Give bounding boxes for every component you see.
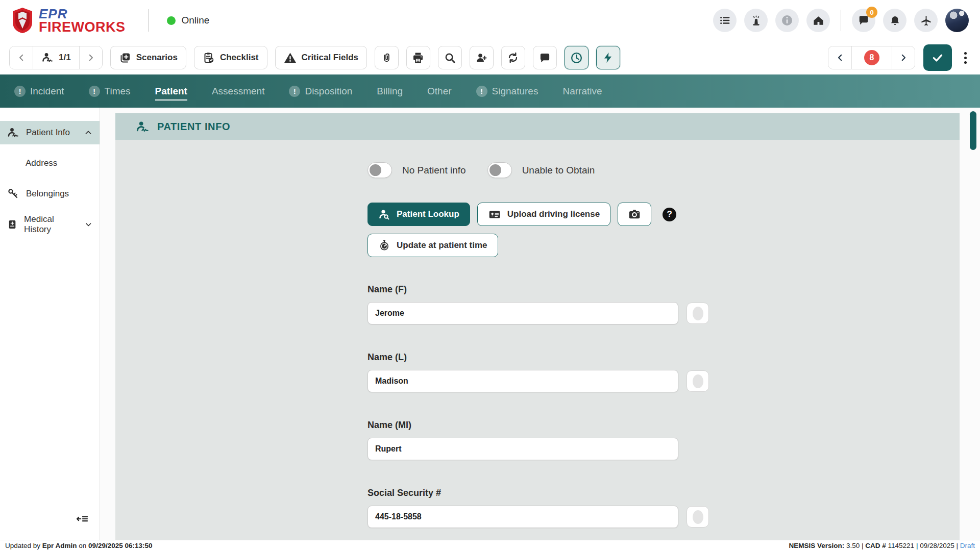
collapse-arrow-icon <box>76 513 88 524</box>
tab-narrative[interactable]: Narrative <box>562 86 602 97</box>
sidebar-label: Patient Info <box>26 128 70 138</box>
home-button[interactable] <box>806 9 830 32</box>
tab-signatures[interactable]: ! Signatures <box>476 86 538 97</box>
page-body: Patient Info Address Belongings <box>0 108 980 540</box>
record-counter-label: 1/1 <box>59 53 71 63</box>
scenarios-button[interactable]: Scenarios <box>110 46 186 69</box>
critical-fields-button[interactable]: Critical Fields <box>275 46 367 69</box>
lightning-bolt-icon <box>602 52 614 64</box>
notifications-button[interactable] <box>883 9 906 32</box>
name-last-input[interactable] <box>368 370 678 392</box>
toolbar-right-group: 8 <box>828 44 971 71</box>
home-icon <box>813 15 824 27</box>
tab-incident[interactable]: ! Incident <box>14 86 64 97</box>
messages-badge: 0 <box>866 7 877 18</box>
field-name-middle: Name (MI) <box>368 420 725 460</box>
record-pager: 1/1 <box>9 46 103 69</box>
help-button[interactable]: ? <box>663 208 676 221</box>
time-tracking-button[interactable] <box>565 46 589 69</box>
warning-icon: ! <box>89 86 100 97</box>
validate-save-button[interactable] <box>923 44 952 71</box>
no-patient-info-toggle[interactable] <box>368 162 392 178</box>
upload-license-button[interactable]: Upload driving license <box>477 203 610 226</box>
unable-to-obtain-toggle[interactable] <box>487 162 512 178</box>
chat-icon <box>858 15 869 26</box>
alert-count-badge: 8 <box>864 50 879 65</box>
take-photo-button[interactable] <box>618 203 651 226</box>
attachments-button[interactable] <box>375 46 399 69</box>
stopwatch-icon <box>378 239 390 252</box>
sync-icon <box>507 52 519 64</box>
paperclip-icon <box>381 52 393 64</box>
sync-button[interactable] <box>501 46 525 69</box>
updated-by-user: Epr Admin <box>42 542 77 549</box>
comments-button[interactable] <box>533 46 557 69</box>
user-avatar[interactable] <box>945 9 969 32</box>
unable-to-obtain-label: Unable to Obtain <box>522 165 595 176</box>
record-meta-text: NEMSIS Version: 3.50 | CAD # 1145221 | 0… <box>789 542 975 549</box>
field-name-last: Name (L) <box>368 352 725 392</box>
collapse-sidebar-button[interactable] <box>76 513 88 524</box>
checklist-button[interactable]: Checklist <box>194 46 267 69</box>
updated-datetime: 09/29/2025 06:13:50 <box>88 542 152 549</box>
field-flag-button[interactable] <box>687 303 709 324</box>
speech-bubble-icon <box>539 52 551 64</box>
tab-billing[interactable]: Billing <box>377 86 403 97</box>
alert-count-display[interactable]: 8 <box>851 46 892 69</box>
add-person-button[interactable] <box>470 46 494 69</box>
patient-actions: Patient Lookup Upload driving license <box>368 203 725 257</box>
field-ssn: Social Security # <box>368 488 725 528</box>
person-search-icon <box>378 208 390 220</box>
vertical-scrollbar-thumb[interactable] <box>970 111 976 150</box>
siren-button[interactable] <box>744 9 768 32</box>
draft-status[interactable]: Draft <box>960 542 975 549</box>
section-navbar: ! Incident ! Times Patient Assessment ! … <box>0 74 980 108</box>
prev-alert-button[interactable] <box>828 46 851 69</box>
field-label: Name (L) <box>368 352 725 363</box>
tab-disposition[interactable]: ! Disposition <box>289 86 352 97</box>
sidebar-item-medical-history[interactable]: Medical History <box>0 213 100 236</box>
field-flag-button[interactable] <box>687 370 709 392</box>
messages-button[interactable]: 0 <box>852 9 875 32</box>
next-alert-button[interactable] <box>892 46 915 69</box>
field-label: Name (F) <box>368 284 725 295</box>
more-options-button[interactable] <box>960 48 971 68</box>
header-divider <box>148 9 149 32</box>
patient-info-icon <box>7 127 19 139</box>
sidebar-item-belongings[interactable]: Belongings <box>0 182 100 206</box>
no-patient-info-label: No Patient info <box>402 165 466 176</box>
sidebar-item-patient-info[interactable]: Patient Info <box>0 121 100 144</box>
section-header: PATIENT INFO <box>115 113 960 140</box>
update-patient-time-button[interactable]: Update at patient time <box>368 234 498 257</box>
tab-other[interactable]: Other <box>427 86 452 97</box>
print-button[interactable] <box>406 46 430 69</box>
sidebar-label: Belongings <box>26 189 69 199</box>
info-button[interactable] <box>775 9 799 32</box>
cad-label: CAD # <box>865 542 886 549</box>
name-middle-input[interactable] <box>368 438 678 460</box>
sidebar-item-address[interactable]: Address <box>0 152 100 175</box>
patient-lookup-label: Patient Lookup <box>397 209 459 219</box>
field-label: Name (MI) <box>368 420 725 431</box>
tab-assessment[interactable]: Assessment <box>212 86 264 97</box>
chevron-up-icon <box>84 129 92 137</box>
quick-actions-button[interactable] <box>596 46 620 69</box>
search-button[interactable] <box>438 46 462 69</box>
toggle-knob-icon <box>370 164 381 176</box>
flight-mode-button[interactable] <box>914 9 938 32</box>
record-counter[interactable]: 1/1 <box>33 46 79 69</box>
patient-info-header-icon <box>136 120 150 134</box>
tab-patient[interactable]: Patient <box>155 86 187 97</box>
tab-times[interactable]: ! Times <box>89 86 131 97</box>
patient-lookup-button[interactable]: Patient Lookup <box>368 203 470 226</box>
field-flag-button[interactable] <box>687 506 709 528</box>
prev-record-button[interactable] <box>10 46 33 69</box>
clock-icon <box>570 52 583 64</box>
list-menu-button[interactable] <box>713 9 737 32</box>
sidebar-label: Address <box>26 158 57 168</box>
ssn-input[interactable] <box>368 506 678 528</box>
scenarios-label: Scenarios <box>136 53 178 63</box>
name-first-input[interactable] <box>368 302 678 324</box>
patient-fields: Name (F) Name (L) <box>368 284 725 528</box>
next-record-button[interactable] <box>79 46 102 69</box>
